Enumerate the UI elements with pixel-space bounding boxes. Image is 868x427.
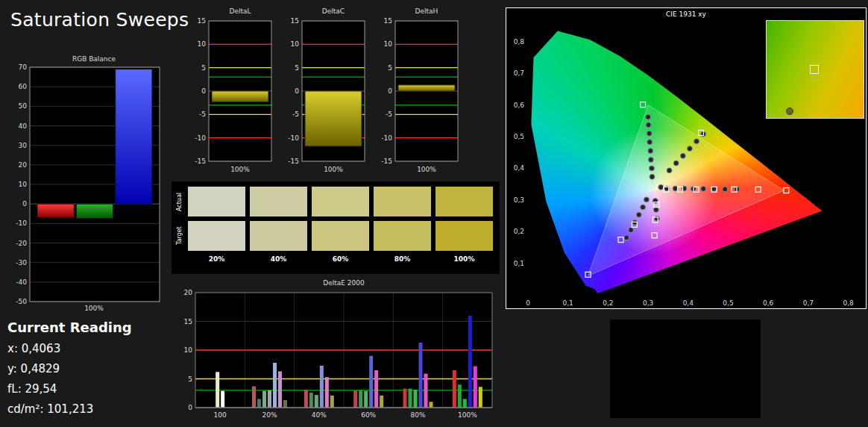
- swatch-col-label: 40%: [250, 255, 307, 263]
- deltae-bar: [330, 396, 334, 408]
- deltae-bar: [453, 370, 456, 408]
- svg-text:15: 15: [184, 318, 192, 325]
- svg-text:0: 0: [388, 87, 392, 95]
- swatch-row-label: Target: [174, 221, 183, 251]
- svg-text:60%: 60%: [361, 411, 376, 419]
- current-reading-heading: Current Reading: [7, 320, 132, 335]
- measurement-point: [673, 160, 679, 166]
- deltae-bar: [380, 396, 383, 408]
- measurement-point: [694, 139, 699, 144]
- deltae-bar: [304, 390, 308, 408]
- svg-text:60: 60: [19, 83, 28, 90]
- svg-text:-10: -10: [288, 134, 299, 142]
- svg-text:0,4: 0,4: [683, 299, 694, 307]
- svg-text:5: 5: [388, 64, 392, 72]
- deltae-bar: [309, 393, 313, 408]
- current-reading-fl: fL: 29,54: [7, 382, 132, 396]
- svg-text:0,5: 0,5: [723, 299, 733, 307]
- deltae-bar: [479, 387, 482, 408]
- svg-text:20: 20: [184, 289, 193, 296]
- deltae-bar: [257, 399, 261, 408]
- green-bar: [76, 204, 113, 219]
- svg-text:0,2: 0,2: [514, 228, 524, 235]
- swatch-cell: [312, 187, 369, 216]
- deltae-bar: [403, 389, 407, 408]
- svg-text:-5: -5: [386, 110, 392, 118]
- delta-bar: [305, 91, 362, 146]
- svg-text:100%: 100%: [458, 411, 477, 419]
- deltae-bar: [221, 391, 224, 408]
- pattern-preview-window: [610, 320, 761, 418]
- deltac-title: DeltaC: [280, 6, 369, 16]
- svg-text:-15: -15: [195, 158, 206, 165]
- svg-text:20: 20: [19, 161, 28, 169]
- svg-text:-30: -30: [16, 259, 27, 267]
- cie-1931-chart: CIE 1931 xy 00,10,20,30,40,50,60,70,80,8…: [506, 7, 867, 309]
- saturation-sweeps-screen: Saturation Sweeps RGB Balance 7060504030…: [0, 0, 868, 427]
- svg-text:0: 0: [22, 200, 27, 208]
- deltal-chart: DeltaL 151050-5-10-15 100%: [186, 6, 276, 185]
- measurement-point: [636, 212, 641, 217]
- svg-text:-5: -5: [199, 110, 206, 118]
- svg-text:0,6: 0,6: [514, 102, 525, 109]
- deltae-bar: [273, 363, 277, 408]
- deltac-chart: DeltaC 151050-5-10-15 100%: [280, 6, 369, 185]
- svg-text:10: 10: [291, 40, 300, 48]
- measurement-point: [647, 140, 652, 145]
- measurement-point: [653, 207, 658, 212]
- deltae-bar: [430, 402, 433, 408]
- deltae-bar: [474, 367, 477, 408]
- blue-bar: [116, 69, 152, 205]
- svg-text:5: 5: [201, 64, 206, 72]
- measurement-point: [687, 146, 692, 152]
- svg-text:70: 70: [19, 64, 28, 71]
- swatch-cell: [250, 187, 307, 216]
- svg-text:5: 5: [188, 375, 192, 383]
- swatch-col-label: 100%: [435, 255, 493, 263]
- measurement-point: [723, 187, 728, 192]
- svg-text:0: 0: [295, 87, 299, 95]
- svg-text:5: 5: [295, 64, 299, 72]
- deltae-bar: [315, 395, 318, 408]
- deltae-bar: [424, 374, 428, 408]
- measurement-point: [646, 122, 651, 128]
- rgb-balance-title: RGB Balance: [6, 54, 163, 64]
- target-point: [641, 102, 646, 107]
- svg-text:0,1: 0,1: [563, 299, 573, 307]
- svg-text:0,8: 0,8: [843, 299, 854, 307]
- svg-text:15: 15: [198, 17, 206, 25]
- deltae-bar: [268, 390, 271, 408]
- svg-text:10: 10: [198, 40, 207, 48]
- delta-bar: [212, 91, 268, 102]
- measurement-point: [647, 131, 652, 136]
- svg-text:-20: -20: [16, 240, 27, 247]
- deltae-bar: [419, 343, 423, 408]
- svg-text:15: 15: [291, 17, 299, 25]
- svg-text:-15: -15: [288, 158, 299, 165]
- swatch-cell: [435, 187, 493, 216]
- swatch-col-labels: 20%40%60%80%100%: [174, 255, 497, 263]
- deltae-bar: [283, 400, 287, 408]
- deltae-bar: [320, 366, 324, 408]
- measurement-point: [667, 168, 672, 173]
- svg-text:10: 10: [184, 346, 193, 354]
- deltae-bar: [364, 391, 368, 408]
- deltac-x-label: 100%: [280, 166, 369, 173]
- svg-text:0,4: 0,4: [514, 164, 525, 172]
- deltae-bar: [374, 370, 378, 408]
- cie-title: CIE 1931 xy: [506, 10, 866, 18]
- swatch-row-target: Target: [174, 221, 497, 251]
- deltae-bar: [325, 377, 329, 408]
- red-bar: [37, 204, 74, 217]
- measurement-point: [649, 166, 654, 171]
- svg-text:15: 15: [384, 17, 392, 25]
- measurement-point: [624, 235, 629, 240]
- svg-text:-5: -5: [292, 110, 299, 118]
- current-reading-x: x: 0,4063: [7, 342, 132, 355]
- measurement-point: [648, 149, 653, 154]
- svg-text:0,7: 0,7: [514, 69, 524, 77]
- svg-text:0: 0: [201, 87, 206, 95]
- svg-text:0,8: 0,8: [514, 38, 525, 46]
- svg-text:-10: -10: [195, 134, 206, 142]
- svg-text:50: 50: [19, 102, 28, 110]
